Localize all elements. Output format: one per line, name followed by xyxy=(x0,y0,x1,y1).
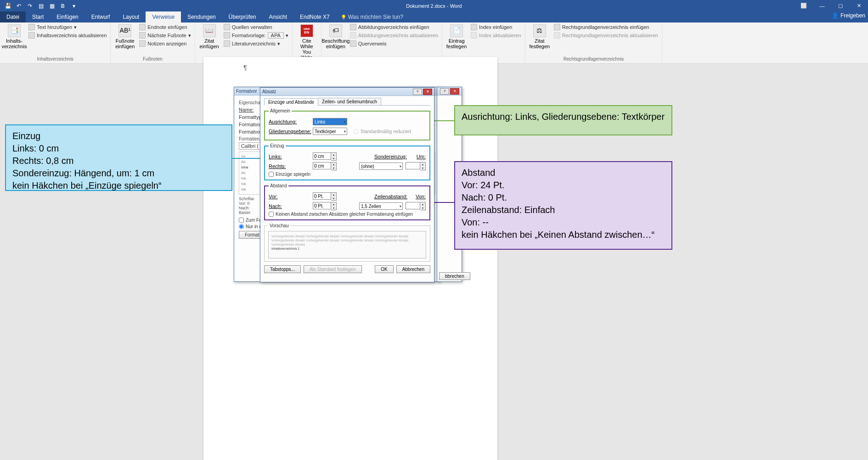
tell-me-search[interactable]: Was möchten Sie tun? xyxy=(341,11,403,22)
add-text-icon xyxy=(28,24,35,30)
paragraph-mark: ¶ xyxy=(243,64,247,71)
tab-indents[interactable]: Einzüge und Abstände xyxy=(264,98,318,106)
sonder-combo[interactable]: (ohne) xyxy=(359,163,403,170)
dialog-help-icon[interactable]: ? xyxy=(413,89,422,95)
links-input[interactable] xyxy=(313,152,331,160)
redo-icon[interactable]: ↷ xyxy=(27,3,33,9)
show-notes-button[interactable]: Notizen anzeigen xyxy=(138,40,192,47)
mark-entry-button[interactable]: 📄Eintrag festlegen xyxy=(445,23,468,50)
tab-file[interactable]: Datei xyxy=(0,11,26,22)
qat-icon-1[interactable]: ▤ xyxy=(38,3,44,9)
keinen-label: Keinen Abstand zwischen Absätzen gleiche… xyxy=(276,212,413,217)
ribbon-options-icon[interactable]: ⬜ xyxy=(795,0,813,11)
insert-endnote-button[interactable]: Endnote einfügen xyxy=(138,23,192,31)
back-radio-this[interactable] xyxy=(239,224,244,229)
help-icon[interactable]: ? xyxy=(440,88,449,95)
show-notes-icon xyxy=(139,40,146,47)
gliederung-combo[interactable]: Textkörper xyxy=(313,128,347,135)
next-footnote-button[interactable]: Nächste Fußnote ▾ xyxy=(138,32,192,39)
mark-citation-button[interactable]: ⚖Zitat festlegen xyxy=(528,23,551,50)
spiegeln-checkbox[interactable] xyxy=(269,172,274,177)
tab-mailings[interactable]: Sendungen xyxy=(181,11,222,22)
von-input[interactable] xyxy=(406,202,420,209)
bibliography-button[interactable]: Literaturverzeichnis ▾ xyxy=(223,40,289,47)
vor-input[interactable] xyxy=(313,192,331,200)
nach-input[interactable] xyxy=(313,202,331,209)
nach-spinner[interactable]: ▲▼ xyxy=(313,202,337,210)
um-spinner[interactable]: ▲▼ xyxy=(406,162,426,170)
endnote-icon xyxy=(139,24,146,30)
callout-einzug: Einzug Links: 0 cm Rechts: 0,8 cm Sonder… xyxy=(5,124,232,191)
tab-design[interactable]: Entwurf xyxy=(85,11,117,22)
gliederung-value: Textkörper xyxy=(315,129,336,134)
tabstops-button[interactable]: Tabstopps... xyxy=(264,265,301,273)
tab-insert[interactable]: Einfügen xyxy=(50,11,85,22)
update-index-button[interactable]: Index aktualisieren xyxy=(470,32,522,39)
insert-toa-button[interactable]: Rechtsgrundlagenverzeichnis einfügen xyxy=(553,23,659,31)
toc-button[interactable]: 📑Inhalts- verzeichnis xyxy=(3,23,26,50)
tab-endnote[interactable]: EndNote X7 xyxy=(293,11,336,22)
keinen-abstand-checkbox[interactable] xyxy=(269,212,274,217)
tab-review[interactable]: Überprüfen xyxy=(222,11,263,22)
label-nach: Nach: xyxy=(269,203,310,209)
tab-references[interactable]: Verweise xyxy=(146,11,181,22)
new-doc-icon[interactable]: 🗎 xyxy=(60,3,66,9)
help-close-icon[interactable]: ✕ xyxy=(450,88,459,95)
paragraph-dialog[interactable]: Absatz ? ✕ Einzüge und Abstände Zeilen- … xyxy=(260,87,434,282)
tab-home[interactable]: Start xyxy=(26,11,50,22)
paragraph-titlebar[interactable]: Absatz ? ✕ xyxy=(260,88,434,96)
rechts-spinner[interactable]: ▲▼ xyxy=(313,162,337,170)
citation-icon: 📖 xyxy=(203,24,216,37)
insert-footnote-button[interactable]: AB¹Fußnote einfügen xyxy=(113,23,136,50)
crossref-button[interactable]: Querverweis xyxy=(349,40,439,47)
qat-icon-2[interactable]: ▦ xyxy=(49,3,55,9)
zeilen-combo[interactable]: 1,5 Zeilen xyxy=(359,202,403,210)
default-button[interactable]: Als Standard festlegen xyxy=(304,265,362,273)
toa-icon xyxy=(554,24,560,30)
cancel-button[interactable]: Abbrechen xyxy=(396,265,430,273)
back-chk-add[interactable] xyxy=(239,218,244,223)
cwyw-button[interactable]: useENCite While You Write xyxy=(295,23,318,61)
dialog-close-icon[interactable]: ✕ xyxy=(423,89,432,95)
rechts-input[interactable] xyxy=(313,162,331,169)
save-icon[interactable]: 💾 xyxy=(5,3,11,9)
manage-sources-button[interactable]: Quellen verwalten xyxy=(223,23,289,31)
next-fn-label: Nächste Fußnote xyxy=(147,33,186,38)
maximize-button[interactable]: ▢ xyxy=(831,0,850,11)
qat-more-icon[interactable]: ▾ xyxy=(71,3,77,9)
mark-entry-label: Eintrag festlegen xyxy=(446,38,467,49)
um-input[interactable] xyxy=(406,162,420,169)
insert-tof-button[interactable]: Abbildungsverzeichnis einfügen xyxy=(349,23,439,31)
update-toc-button[interactable]: Inhaltsverzeichnis aktualisieren xyxy=(28,32,107,39)
tof-label: Abbildungsverzeichnis einfügen xyxy=(358,24,429,30)
group-toa-title: Rechtsgrundlagenverzeichnis xyxy=(528,56,659,62)
mark-entry-icon: 📄 xyxy=(450,24,463,37)
far-cancel-frag[interactable]: bbrechen xyxy=(439,272,470,280)
help-titlebar[interactable]: ? ✕ xyxy=(437,87,462,95)
tab-view[interactable]: Ansicht xyxy=(263,11,293,22)
update-toa-button[interactable]: Rechtsgrundlagenverzeichnis aktualisiere… xyxy=(553,32,659,39)
tab-breaks[interactable]: Zeilen- und Seitenumbruch xyxy=(318,98,381,105)
close-button[interactable]: ✕ xyxy=(850,0,868,11)
vor-spinner[interactable]: ▲▼ xyxy=(313,192,337,201)
minimize-button[interactable]: — xyxy=(813,0,831,11)
footnote-icon: AB¹ xyxy=(118,24,131,37)
undo-icon[interactable]: ↶ xyxy=(16,3,22,9)
back-font[interactable]: Calibri ( xyxy=(239,142,261,150)
insert-index-button[interactable]: Index einfügen xyxy=(470,23,522,31)
label-rechts: Rechts: xyxy=(269,163,310,169)
style-dropdown[interactable]: Formatvorlage: APA ▾ xyxy=(223,32,289,39)
links-spinner[interactable]: ▲▼ xyxy=(313,152,337,161)
tab-layout[interactable]: Layout xyxy=(116,11,146,22)
ausrichtung-combo[interactable]: Links xyxy=(313,118,347,125)
insert-citation-button[interactable]: 📖Zitat einfügen xyxy=(198,23,221,50)
style-value: APA xyxy=(268,32,284,39)
update-tof-button[interactable]: Abbildungsverzeichnis aktualisieren xyxy=(349,32,439,39)
en-icon: useEN xyxy=(300,24,313,37)
von-spinner[interactable]: ▲▼ xyxy=(406,202,426,210)
ribbon-tabs: Datei Start Einfügen Entwurf Layout Verw… xyxy=(0,11,868,22)
insert-caption-button[interactable]: 🏷Beschriftung einfügen xyxy=(324,23,347,50)
share-button[interactable]: 👤 Freigeben xyxy=(832,12,865,19)
ok-button[interactable]: OK xyxy=(375,265,393,273)
add-text-button[interactable]: Text hinzufügen ▾ xyxy=(28,23,107,31)
